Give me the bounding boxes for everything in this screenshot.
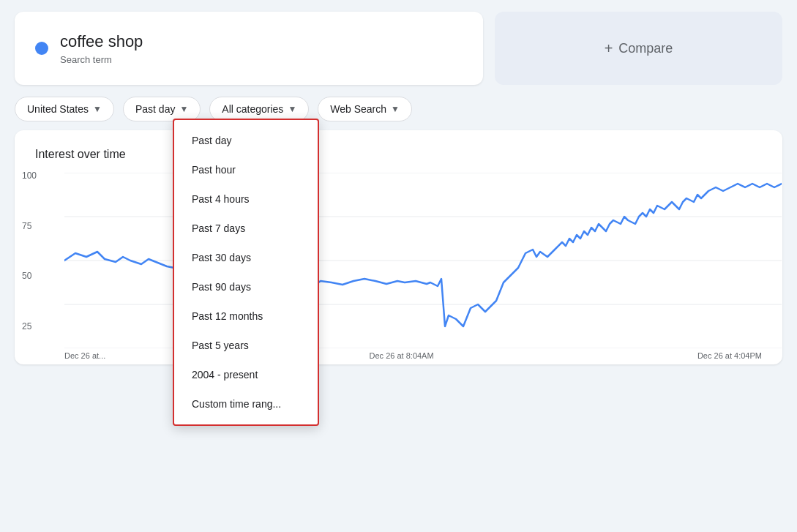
chart-title: Interest over time bbox=[35, 148, 762, 161]
chart-svg bbox=[64, 173, 762, 348]
location-chevron-icon: ▼ bbox=[93, 104, 102, 114]
search-term-dot bbox=[35, 42, 48, 55]
search-type-chevron-icon: ▼ bbox=[391, 104, 400, 114]
y-label-25: 25 bbox=[22, 321, 37, 331]
time-range-filter[interactable]: Past day ▼ bbox=[123, 97, 201, 121]
x-label-mid: Dec 26 at 8:04AM bbox=[370, 351, 434, 360]
filters-row: United States ▼ Past day ▼ All categorie… bbox=[0, 97, 797, 130]
location-filter[interactable]: United States ▼ bbox=[15, 97, 114, 121]
dropdown-item-past-30-days[interactable]: Past 30 days bbox=[174, 243, 318, 272]
dropdown-item-2004-present[interactable]: 2004 - present bbox=[174, 360, 318, 389]
compare-button[interactable]: + Compare bbox=[495, 12, 782, 85]
top-section: coffee shop Search term + Compare bbox=[0, 0, 797, 97]
x-label-start: Dec 26 at... bbox=[64, 351, 105, 360]
main-container: coffee shop Search term + Compare United… bbox=[0, 0, 797, 532]
search-term-info: coffee shop Search term bbox=[60, 32, 143, 65]
location-filter-label: United States bbox=[27, 103, 89, 115]
chart-x-labels: Dec 26 at... Dec 26 at 8:04AM Dec 26 at … bbox=[64, 351, 762, 360]
y-label-75: 75 bbox=[22, 221, 37, 231]
categories-filter-label: All categories bbox=[222, 103, 283, 115]
y-label-100: 100 bbox=[22, 171, 37, 181]
categories-filter[interactable]: All categories ▼ bbox=[209, 97, 309, 121]
dropdown-item-custom[interactable]: Custom time rang... bbox=[174, 389, 318, 419]
compare-text: Compare bbox=[618, 41, 673, 56]
dropdown-item-past-12-months[interactable]: Past 12 months bbox=[174, 301, 318, 331]
search-term-label: Search term bbox=[60, 54, 143, 65]
search-term-name: coffee shop bbox=[60, 32, 143, 51]
time-range-chevron-icon: ▼ bbox=[179, 104, 188, 114]
dropdown-item-past-5-years[interactable]: Past 5 years bbox=[174, 331, 318, 360]
dropdown-item-past-day[interactable]: Past day bbox=[174, 126, 318, 155]
dropdown-item-past-7-days[interactable]: Past 7 days bbox=[174, 214, 318, 243]
compare-plus-icon: + bbox=[605, 40, 613, 57]
time-range-filter-label: Past day bbox=[135, 103, 175, 115]
chart-area: Interest over time 100 75 50 25 Dec 26 a… bbox=[15, 130, 782, 364]
x-label-end: Dec 26 at 4:04PM bbox=[697, 351, 762, 360]
dropdown-item-past-4-hours[interactable]: Past 4 hours bbox=[174, 184, 318, 214]
dropdown-item-past-hour[interactable]: Past hour bbox=[174, 155, 318, 184]
time-range-dropdown: Past day Past hour Past 4 hours Past 7 d… bbox=[173, 119, 319, 426]
categories-chevron-icon: ▼ bbox=[288, 104, 296, 114]
dropdown-item-past-90-days[interactable]: Past 90 days bbox=[174, 272, 318, 301]
y-label-50: 50 bbox=[22, 271, 37, 281]
search-type-filter-label: Web Search bbox=[330, 103, 386, 115]
chart-y-labels: 100 75 50 25 bbox=[22, 171, 37, 331]
search-term-card: coffee shop Search term bbox=[15, 12, 483, 85]
search-type-filter[interactable]: Web Search ▼ bbox=[318, 97, 412, 121]
